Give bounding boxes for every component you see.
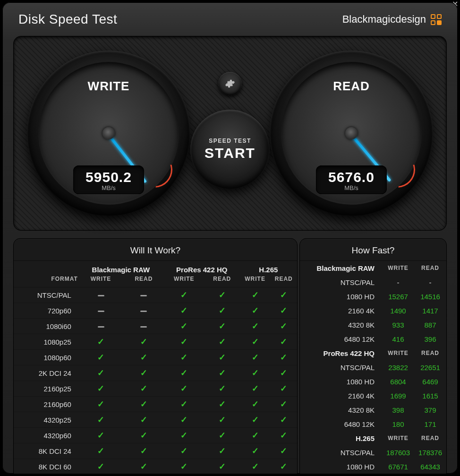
read-value: 5676.0 <box>316 169 387 185</box>
gear-icon <box>225 78 235 89</box>
write-gauge: WRITE 5950.2 MB/s <box>27 51 190 216</box>
check-icon: ✓ <box>140 446 147 456</box>
check-icon: ✓ <box>219 399 226 409</box>
check-cell: ✓ <box>271 287 297 303</box>
read-fps: 171 <box>424 420 436 428</box>
read-fps: 1615 <box>422 392 438 400</box>
check-cell: ✓ <box>271 334 297 350</box>
check-cell: ✓ <box>204 350 240 365</box>
write-fps: 933 <box>392 321 404 329</box>
write-readout: 5950.2 MB/s <box>73 165 144 194</box>
table-row: 2K DCI 24✓✓✓✓✓✓ <box>14 365 297 381</box>
read-fps: 6469 <box>422 378 438 386</box>
check-icon: ✓ <box>280 446 287 456</box>
check-cell: ✓ <box>271 397 297 412</box>
check-icon: ✓ <box>252 384 259 393</box>
app-window: Disk Speed Test Blackmagicdesign WRITE 5… <box>2 2 458 474</box>
col-header: READ <box>414 431 446 445</box>
check-cell: ✓ <box>164 287 204 303</box>
check-icon: ✓ <box>180 462 187 471</box>
table-row: 8K DCI 24✓✓✓✓✓✓ <box>14 443 297 459</box>
check-cell: ✓ <box>240 334 271 350</box>
check-icon: ✓ <box>180 306 187 315</box>
dash-cell <box>78 303 124 319</box>
check-icon: ✓ <box>97 368 104 378</box>
check-cell: ✓ <box>164 428 204 443</box>
check-cell: ✓ <box>271 365 297 381</box>
codec-name: Blackmagic RAW <box>300 261 382 275</box>
check-cell: ✓ <box>124 334 164 350</box>
check-icon: ✓ <box>280 384 287 393</box>
format-label: 1080p60 <box>14 350 78 365</box>
read-fps: 178376 <box>418 449 442 457</box>
check-cell: ✓ <box>124 412 164 428</box>
format-label: 1080 HD <box>300 374 382 389</box>
table-row: 2160 4K16991615 <box>300 389 446 403</box>
check-cell: ✓ <box>240 287 271 303</box>
app-title: Disk Speed Test <box>18 12 117 27</box>
settings-button[interactable] <box>218 72 242 95</box>
check-cell: ✓ <box>164 319 204 334</box>
codec-header: Blackmagic RAW <box>78 261 164 275</box>
check-icon: ✓ <box>252 290 259 300</box>
write-fps: 416 <box>392 335 404 343</box>
check-cell: ✓ <box>240 319 271 334</box>
read-fps: 887 <box>424 321 436 329</box>
check-icon: ✓ <box>219 337 226 346</box>
table-row: 6480 12K416396 <box>300 332 446 346</box>
check-cell: ✓ <box>78 365 124 381</box>
check-cell: ✓ <box>124 350 164 365</box>
check-icon: ✓ <box>280 415 287 424</box>
format-label: 1080p25 <box>14 334 78 350</box>
check-cell: ✓ <box>271 350 297 365</box>
check-icon: ✓ <box>140 431 147 440</box>
check-cell: ✓ <box>124 397 164 412</box>
check-icon: ✓ <box>140 462 147 471</box>
read-unit: MB/s <box>316 184 387 191</box>
start-button[interactable]: SPEED TEST START <box>190 110 270 189</box>
check-icon: ✓ <box>280 353 287 362</box>
col-header: READ <box>414 346 446 360</box>
check-cell: ✓ <box>78 334 124 350</box>
write-fps: 67671 <box>388 463 408 471</box>
format-label: 4320 8K <box>300 403 382 417</box>
check-cell: ✓ <box>240 443 271 459</box>
col-header: WRITE <box>240 275 271 287</box>
check-icon: ✓ <box>252 337 259 346</box>
check-cell: ✓ <box>124 428 164 443</box>
check-cell: ✓ <box>124 443 164 459</box>
dash-cell <box>124 287 164 303</box>
dash-icon <box>140 295 147 296</box>
check-icon: ✓ <box>252 353 259 362</box>
write-fps: 398 <box>392 406 404 414</box>
check-icon: ✓ <box>140 399 147 409</box>
check-icon: ✓ <box>140 368 147 378</box>
how-fast-table: Blackmagic RAWWRITEREADNTSC/PAL--1080 HD… <box>300 261 446 474</box>
check-icon: ✓ <box>140 337 147 346</box>
dash-cell <box>124 303 164 319</box>
col-header: READ <box>414 261 446 275</box>
check-icon: ✓ <box>252 399 259 409</box>
table-row: 2160p25✓✓✓✓✓✓ <box>14 381 297 397</box>
start-small-label: SPEED TEST <box>209 138 251 144</box>
write-fps: 1490 <box>390 307 406 315</box>
check-icon: ✓ <box>280 368 287 378</box>
col-header: WRITE <box>78 275 124 287</box>
check-cell: ✓ <box>164 412 204 428</box>
check-cell: ✓ <box>78 443 124 459</box>
check-icon: ✓ <box>180 446 187 456</box>
check-cell: ✓ <box>271 443 297 459</box>
check-icon: ✓ <box>280 321 287 331</box>
format-label: 2K DCI 24 <box>14 365 78 381</box>
format-label: NTSC/PAL <box>300 445 382 459</box>
check-cell: ✓ <box>240 381 271 397</box>
table-row: 720p60✓✓✓✓ <box>14 303 297 319</box>
check-icon: ✓ <box>97 462 104 471</box>
dash-cell <box>78 287 124 303</box>
check-cell: ✓ <box>164 397 204 412</box>
brand-text: Blackmagicdesign <box>342 13 426 26</box>
dash-cell <box>124 319 164 334</box>
format-label: 1080 HD <box>300 459 382 474</box>
format-label: 2160 4K <box>300 389 382 403</box>
format-header: FORMAT <box>14 275 78 287</box>
